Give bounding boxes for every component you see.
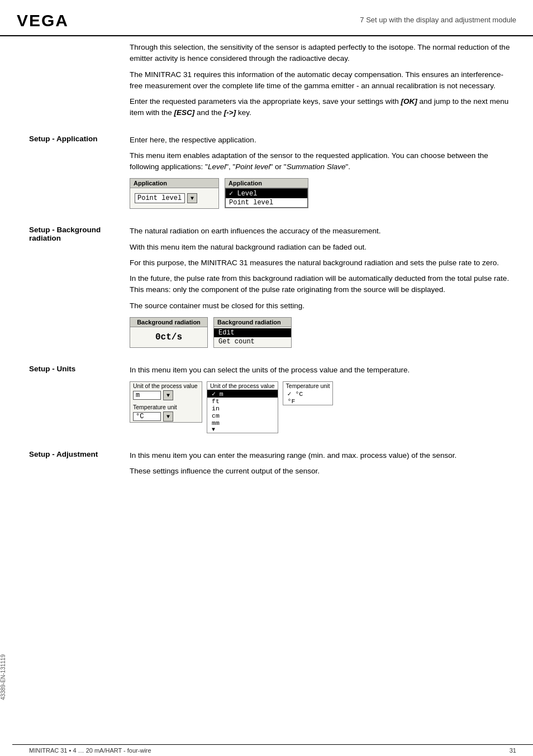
background-widget-left-body: 0ct/s (130, 327, 207, 347)
logo: VEGA (17, 10, 69, 31)
application-widget-right-header: Application (225, 179, 308, 188)
units-process-option-mm[interactable]: mm (207, 419, 278, 427)
sidebar-document-id: 43389-EN-131119 (0, 654, 7, 700)
ok-key: [OK] (401, 97, 417, 106)
arrow-key: [->] (224, 108, 236, 117)
background-widget-right-header: Background radiation (214, 318, 291, 327)
logo-fallback: VEGA (17, 11, 69, 30)
intro-section: Through this selection, the sensitivity … (12, 36, 533, 129)
units-para-1: In this menu item you can select the uni… (130, 365, 511, 376)
background-value: 0ct/s (155, 330, 182, 344)
application-dropdown-arrow[interactable]: ▼ (187, 193, 197, 203)
units-process-option-ft[interactable]: ft (207, 398, 278, 405)
units-widget-left: Unit of the process value m ▼ Temperatur… (130, 381, 202, 423)
units-temp-dropdown-list: Temperature unit °C °F (283, 381, 334, 405)
units-process-option-cm[interactable]: cm (207, 412, 278, 419)
application-option-level[interactable]: Level (226, 189, 307, 198)
intro-para-2: The MINITRAC 31 requires this informatio… (130, 69, 511, 92)
page-header: VEGA 7 Set up with the display and adjus… (0, 0, 533, 36)
background-para-1: The natural radiation on earth influence… (130, 226, 511, 237)
section-units-content: In this menu item you can select the uni… (118, 359, 533, 444)
application-widget-right: Application Level Point level (225, 178, 308, 208)
application-select[interactable]: Point level ▼ (135, 193, 197, 203)
units-temp-value: °C (133, 412, 161, 421)
units-temp-dropdown-header: Temperature unit (283, 382, 333, 390)
chapter-title: 7 Set up with the display and adjustment… (360, 10, 516, 24)
units-process-value-row[interactable]: m ▼ (130, 390, 202, 401)
section-adjustment-label: Setup - Adjustment (12, 444, 118, 487)
units-process-option-in[interactable]: in (207, 405, 278, 412)
application-widget-left-body: Point level ▼ (130, 188, 218, 208)
units-process-header: Unit of the process value (130, 382, 202, 390)
section-application-label: Setup - Application (12, 129, 118, 221)
units-temp-option-c[interactable]: °C (283, 390, 333, 398)
units-process-dropdown-arrow[interactable]: ▼ (163, 390, 173, 400)
intro-para-3: Enter the requested parameters via the a… (130, 96, 511, 119)
section-units-label: Setup - Units (12, 359, 118, 444)
application-para-2: This menu item enables adaptation of the… (130, 150, 511, 173)
units-temp-option-f[interactable]: °F (283, 398, 333, 405)
intro-para-1: Through this selection, the sensitivity … (130, 42, 511, 65)
background-para-4: In the future, the pulse rate from this … (130, 273, 511, 296)
application-widget-left[interactable]: Application Point level ▼ (130, 178, 219, 209)
page-footer: MINITRAC 31 • 4 … 20 mA/HART - four-wire… (12, 744, 533, 756)
application-select-value: Point level (135, 193, 185, 203)
units-process-dropdown-header: Unit of the process value (207, 382, 278, 390)
footer-right: 31 (510, 747, 516, 754)
units-temp-dropdown-arrow[interactable]: ▼ (163, 412, 173, 422)
units-process-option-m[interactable]: m (207, 390, 278, 398)
background-widgets: Background radiation 0ct/s Background ra… (130, 317, 511, 348)
units-temp-value-row[interactable]: °C ▼ (130, 411, 202, 422)
section-adjustment-content: In this menu item you can enter the meas… (118, 444, 533, 487)
application-para-1: Enter here, the respective application. (130, 135, 511, 146)
background-para-5: The source container must be closed for … (130, 300, 511, 312)
units-process-value: m (133, 391, 161, 400)
units-process-option-more[interactable]: ▼ (207, 427, 278, 433)
background-widget-left: Background radiation 0ct/s (130, 317, 208, 348)
units-process-dropdown: Unit of the process value m ft in cm mm … (207, 381, 278, 433)
section-application-content: Enter here, the respective application. … (118, 129, 533, 221)
footer-left: MINITRAC 31 • 4 … 20 mA/HART - four-wire (29, 747, 151, 754)
units-widgets: Unit of the process value m ▼ Temperatur… (130, 381, 511, 433)
background-menu-list: Edit Get count (214, 327, 291, 347)
esc-key: [ESC] (174, 108, 195, 117)
background-para-3: For this purpose, the MINITRAC 31 measur… (130, 257, 511, 269)
spacer (12, 487, 533, 745)
section-background-label: Setup - Background radiation (12, 220, 118, 359)
background-menu-get-count[interactable]: Get count (214, 337, 291, 346)
adjustment-para-2: These settings influence the current out… (130, 466, 511, 477)
application-widgets: Application Point level ▼ Application (130, 178, 511, 209)
units-temp-header: Temperature unit (130, 403, 202, 411)
background-menu-edit[interactable]: Edit (214, 328, 291, 337)
application-option-point-level[interactable]: Point level (226, 198, 307, 207)
section-application: Setup - Application Enter here, the resp… (12, 129, 533, 221)
adjustment-para-1: In this menu item you can enter the meas… (130, 450, 511, 461)
application-dropdown-list: Level Point level (225, 188, 308, 208)
section-background: Setup - Background radiation The natural… (12, 220, 533, 359)
application-widget-left-header: Application (130, 179, 218, 188)
background-para-2: With this menu item the natural backgrou… (130, 242, 511, 253)
section-background-content: The natural radiation on earth influence… (118, 220, 533, 359)
background-widget-right: Background radiation Edit Get count (213, 317, 292, 348)
section-adjustment: Setup - Adjustment In this menu item you… (12, 444, 533, 487)
section-units: Setup - Units In this menu item you can … (12, 359, 533, 444)
background-widget-left-header: Background radiation (130, 318, 207, 327)
